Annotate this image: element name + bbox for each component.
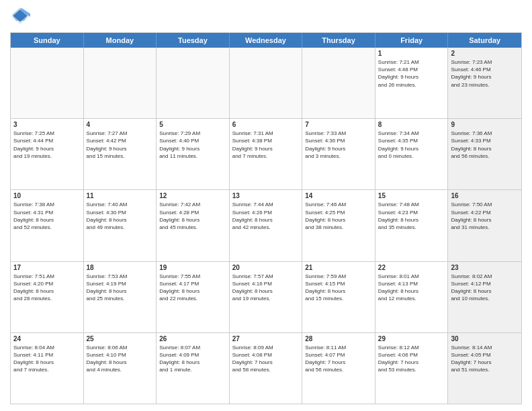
day-number: 22 (378, 264, 445, 271)
day-number: 23 (451, 264, 519, 271)
cell-info: Sunrise: 7:25 AM Sunset: 4:44 PM Dayligh… (13, 130, 81, 160)
cal-header-saturday: Saturday (448, 33, 521, 48)
day-number: 10 (13, 192, 81, 199)
cal-cell-day-3: 3Sunrise: 7:25 AM Sunset: 4:44 PM Daylig… (11, 119, 84, 189)
cell-info: Sunrise: 8:01 AM Sunset: 4:13 PM Dayligh… (378, 273, 445, 303)
cell-info: Sunrise: 8:06 AM Sunset: 4:10 PM Dayligh… (87, 344, 154, 374)
cell-info: Sunrise: 7:55 AM Sunset: 4:17 PM Dayligh… (159, 273, 226, 303)
cell-info: Sunrise: 8:11 AM Sunset: 4:07 PM Dayligh… (305, 344, 372, 374)
cell-info: Sunrise: 7:33 AM Sunset: 4:36 PM Dayligh… (305, 130, 372, 160)
day-number: 7 (305, 121, 372, 128)
cell-info: Sunrise: 7:51 AM Sunset: 4:20 PM Dayligh… (13, 273, 81, 303)
cal-cell-day-5: 5Sunrise: 7:29 AM Sunset: 4:40 PM Daylig… (157, 119, 230, 189)
cal-cell-day-23: 23Sunrise: 8:02 AM Sunset: 4:12 PM Dayli… (448, 262, 521, 332)
cell-info: Sunrise: 7:57 AM Sunset: 4:16 PM Dayligh… (232, 273, 300, 303)
cal-header-friday: Friday (375, 33, 449, 48)
cal-cell-day-11: 11Sunrise: 7:40 AM Sunset: 4:30 PM Dayli… (84, 190, 157, 261)
cell-info: Sunrise: 7:40 AM Sunset: 4:30 PM Dayligh… (87, 201, 154, 231)
cal-cell-day-2: 2Sunrise: 7:23 AM Sunset: 4:46 PM Daylig… (448, 48, 521, 118)
day-number: 24 (13, 335, 81, 342)
cal-row-1: 3Sunrise: 7:25 AM Sunset: 4:44 PM Daylig… (11, 119, 521, 190)
cal-cell-day-12: 12Sunrise: 7:42 AM Sunset: 4:28 PM Dayli… (157, 190, 230, 261)
day-number: 12 (159, 192, 226, 199)
cell-info: Sunrise: 7:27 AM Sunset: 4:42 PM Dayligh… (87, 130, 154, 160)
cell-info: Sunrise: 7:38 AM Sunset: 4:31 PM Dayligh… (13, 201, 81, 231)
cal-header-thursday: Thursday (302, 33, 375, 48)
cal-cell-empty-0-1 (84, 48, 157, 118)
cal-cell-day-28: 28Sunrise: 8:11 AM Sunset: 4:07 PM Dayli… (302, 333, 375, 404)
cal-cell-empty-0-0 (11, 48, 84, 118)
cal-cell-day-10: 10Sunrise: 7:38 AM Sunset: 4:31 PM Dayli… (11, 190, 84, 261)
day-number: 28 (305, 335, 372, 342)
cell-info: Sunrise: 8:14 AM Sunset: 4:05 PM Dayligh… (451, 344, 519, 374)
cell-info: Sunrise: 7:23 AM Sunset: 4:46 PM Dayligh… (451, 58, 519, 89)
cal-cell-day-7: 7Sunrise: 7:33 AM Sunset: 4:36 PM Daylig… (302, 119, 375, 189)
cell-info: Sunrise: 7:53 AM Sunset: 4:19 PM Dayligh… (87, 273, 154, 303)
cal-cell-day-13: 13Sunrise: 7:44 AM Sunset: 4:26 PM Dayli… (230, 190, 303, 261)
logo-icon (10, 7, 30, 27)
cal-cell-day-18: 18Sunrise: 7:53 AM Sunset: 4:19 PM Dayli… (84, 262, 157, 332)
calendar-body: 1Sunrise: 7:21 AM Sunset: 4:48 PM Daylig… (11, 48, 521, 404)
cal-cell-empty-0-2 (157, 48, 230, 118)
cell-info: Sunrise: 7:36 AM Sunset: 4:33 PM Dayligh… (451, 130, 519, 160)
cal-cell-day-8: 8Sunrise: 7:34 AM Sunset: 4:35 PM Daylig… (375, 119, 449, 189)
day-number: 11 (87, 192, 154, 199)
cal-header-sunday: Sunday (11, 33, 84, 48)
day-number: 4 (87, 121, 154, 128)
day-number: 14 (305, 192, 372, 199)
day-number: 20 (232, 264, 300, 271)
day-number: 2 (451, 50, 519, 57)
cal-cell-day-16: 16Sunrise: 7:50 AM Sunset: 4:22 PM Dayli… (448, 190, 521, 261)
cal-row-3: 17Sunrise: 7:51 AM Sunset: 4:20 PM Dayli… (11, 262, 521, 333)
cal-header-wednesday: Wednesday (230, 33, 303, 48)
cal-cell-day-9: 9Sunrise: 7:36 AM Sunset: 4:33 PM Daylig… (448, 119, 521, 189)
cal-cell-empty-0-3 (230, 48, 303, 118)
cal-cell-empty-0-4 (302, 48, 375, 118)
cal-cell-day-30: 30Sunrise: 8:14 AM Sunset: 4:05 PM Dayli… (448, 333, 521, 404)
day-number: 9 (451, 121, 519, 128)
cal-cell-day-4: 4Sunrise: 7:27 AM Sunset: 4:42 PM Daylig… (84, 119, 157, 189)
cal-cell-day-27: 27Sunrise: 8:09 AM Sunset: 4:08 PM Dayli… (230, 333, 303, 404)
calendar: SundayMondayTuesdayWednesdayThursdayFrid… (10, 32, 522, 404)
cal-header-monday: Monday (84, 33, 157, 48)
cell-info: Sunrise: 7:50 AM Sunset: 4:22 PM Dayligh… (451, 201, 519, 231)
cell-info: Sunrise: 7:34 AM Sunset: 4:35 PM Dayligh… (378, 130, 445, 160)
cal-row-0: 1Sunrise: 7:21 AM Sunset: 4:48 PM Daylig… (11, 48, 521, 119)
day-number: 1 (378, 50, 445, 57)
day-number: 13 (232, 192, 300, 199)
cell-info: Sunrise: 8:12 AM Sunset: 4:06 PM Dayligh… (378, 344, 445, 374)
day-number: 29 (378, 335, 445, 342)
cal-cell-day-14: 14Sunrise: 7:46 AM Sunset: 4:25 PM Dayli… (302, 190, 375, 261)
day-number: 21 (305, 264, 372, 271)
cal-cell-day-22: 22Sunrise: 8:01 AM Sunset: 4:13 PM Dayli… (375, 262, 449, 332)
cal-cell-day-6: 6Sunrise: 7:31 AM Sunset: 4:38 PM Daylig… (230, 119, 303, 189)
cal-row-2: 10Sunrise: 7:38 AM Sunset: 4:31 PM Dayli… (11, 190, 521, 261)
cell-info: Sunrise: 7:46 AM Sunset: 4:25 PM Dayligh… (305, 201, 372, 231)
calendar-header-row: SundayMondayTuesdayWednesdayThursdayFrid… (11, 33, 521, 48)
cal-header-tuesday: Tuesday (157, 33, 230, 48)
cal-cell-day-1: 1Sunrise: 7:21 AM Sunset: 4:48 PM Daylig… (375, 48, 449, 118)
day-number: 16 (451, 192, 519, 199)
cal-row-4: 24Sunrise: 8:04 AM Sunset: 4:11 PM Dayli… (11, 333, 521, 404)
day-number: 25 (87, 335, 154, 342)
cell-info: Sunrise: 7:21 AM Sunset: 4:48 PM Dayligh… (378, 58, 445, 89)
day-number: 19 (159, 264, 226, 271)
cell-info: Sunrise: 8:07 AM Sunset: 4:09 PM Dayligh… (159, 344, 226, 374)
cell-info: Sunrise: 7:29 AM Sunset: 4:40 PM Dayligh… (159, 130, 226, 160)
day-number: 17 (13, 264, 81, 271)
cal-cell-day-20: 20Sunrise: 7:57 AM Sunset: 4:16 PM Dayli… (230, 262, 303, 332)
cal-cell-day-15: 15Sunrise: 7:48 AM Sunset: 4:23 PM Dayli… (375, 190, 449, 261)
cell-info: Sunrise: 7:59 AM Sunset: 4:15 PM Dayligh… (305, 273, 372, 303)
day-number: 26 (159, 335, 226, 342)
cell-info: Sunrise: 7:44 AM Sunset: 4:26 PM Dayligh… (232, 201, 300, 231)
day-number: 8 (378, 121, 445, 128)
day-number: 18 (87, 264, 154, 271)
day-number: 27 (232, 335, 300, 342)
cell-info: Sunrise: 7:31 AM Sunset: 4:38 PM Dayligh… (232, 130, 300, 160)
cell-info: Sunrise: 7:42 AM Sunset: 4:28 PM Dayligh… (159, 201, 226, 231)
day-number: 3 (13, 121, 81, 128)
cell-info: Sunrise: 8:02 AM Sunset: 4:12 PM Dayligh… (451, 273, 519, 303)
day-number: 6 (232, 121, 300, 128)
cal-cell-day-21: 21Sunrise: 7:59 AM Sunset: 4:15 PM Dayli… (302, 262, 375, 332)
day-number: 5 (159, 121, 226, 128)
